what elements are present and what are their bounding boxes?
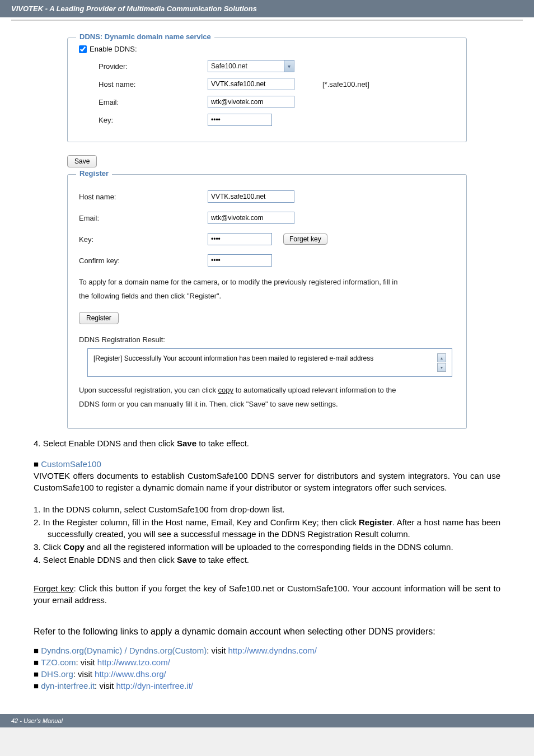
customsafe-heading: ■ CustomSafe100 [34,458,500,470]
provider-value: Safe100.net [211,62,247,70]
email-input[interactable] [208,96,294,108]
forget-key-button[interactable]: Forget key [283,234,327,245]
reg-email-label: Email: [79,214,208,222]
chevron-down-icon: ▾ [284,60,294,72]
cs-step3: 3. Click Copy and all the registered inf… [34,541,500,553]
reg-hostname-row: Host name: [79,190,455,203]
reg-key-input[interactable] [208,233,272,245]
post-register-text: Upon successful registration, you can cl… [79,384,455,411]
result-label: DDNS Registration Result: [79,335,455,344]
hostname-input[interactable] [208,78,294,90]
customsafe-paragraph: VIVOTEK offers documents to establish Cu… [34,470,500,493]
reg-email-input[interactable] [208,212,294,224]
reg-hostname-input[interactable] [208,190,294,203]
save-button[interactable]: Save [67,155,97,167]
register-instruction: To apply for a domain name for the camer… [79,276,455,303]
page-container: VIVOTEK - A Leading Provider of Multimed… [0,0,534,727]
cs-step2: 2. In the Register column, fill in the H… [34,516,500,540]
hostname-row: Host name: [*.safe100.net] [79,78,455,90]
scroll-down-icon[interactable]: ▾ [437,363,446,372]
link-tzo: ■ TZO.com: visit http://www.tzo.com/ [34,656,500,668]
email-label: Email: [99,98,208,106]
content-area: DDNS: Dynamic domain name service Enable… [0,21,534,703]
enable-ddns-checkbox[interactable] [79,45,87,53]
result-text: [Register] Successfully Your account inf… [93,353,437,372]
link-dhs: ■ DHS.org: visit http://www.dhs.org/ [34,668,500,680]
ddns-fieldset: DDNS: Dynamic domain name service Enable… [67,38,467,142]
key-label: Key: [99,116,208,124]
reg-confirm-label: Confirm key: [79,256,208,265]
provider-select[interactable]: Safe100.net ▾ [208,60,294,72]
header-title: VIVOTEK - A Leading Provider of Multimed… [11,4,257,13]
provider-row: Provider: Safe100.net ▾ [79,60,455,72]
register-fieldset: Register Host name: Email: Key: Forget k… [67,174,467,429]
footer-text: 42 - User's Manual [11,717,63,724]
result-box: [Register] Successfully Your account inf… [87,348,452,377]
provider-label: Provider: [99,62,208,71]
email-row: Email: [79,96,455,108]
reg-confirm-input[interactable] [208,254,272,267]
forget-key-paragraph: Forget key: Click this button if you for… [34,582,500,606]
register-legend: Register [76,169,112,178]
link-interfree: ■ dyn-interfree.it: visit http://dyn-int… [34,680,500,692]
key-input[interactable] [208,114,272,126]
reg-key-row: Key: Forget key [79,233,455,245]
enable-ddns-label: Enable DDNS: [90,45,137,53]
register-button[interactable]: Register [79,312,119,324]
step4-text: 4. Select Enable DDNS and then click Sav… [34,437,500,449]
refer-paragraph: Refer to the following links to apply a … [34,626,500,638]
hostname-suffix: [*.safe100.net] [322,80,369,88]
cs-step4: 4. Select Enable DDNS and then click Sav… [34,554,500,566]
reg-key-label: Key: [79,235,208,244]
ddns-legend: DDNS: Dynamic domain name service [76,32,214,41]
key-row: Key: [79,114,455,126]
hostname-label: Host name: [99,80,208,88]
header-bar: VIVOTEK - A Leading Provider of Multimed… [0,0,534,17]
reg-email-row: Email: [79,212,455,224]
reg-hostname-label: Host name: [79,193,208,201]
cs-step1: 1. In the DDNS column, select CustomSafe… [34,503,500,515]
enable-ddns-row: Enable DDNS: [79,45,455,53]
scroll-up-icon[interactable]: ▴ [437,353,446,362]
footer-bar: 42 - User's Manual [0,714,534,727]
reg-confirm-row: Confirm key: [79,254,455,267]
result-scrollbar[interactable]: ▴ ▾ [437,353,446,372]
link-dyndns: ■ Dyndns.org(Dynamic) / Dyndns.org(Custo… [34,645,500,656]
